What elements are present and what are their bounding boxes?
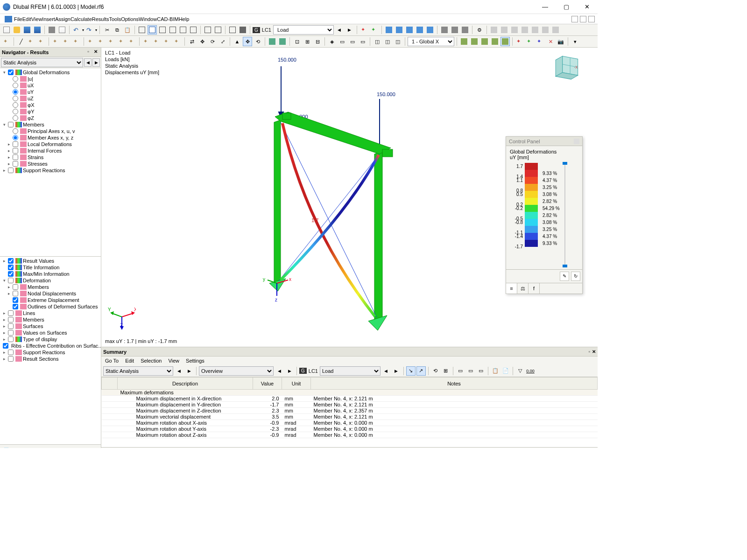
coord-system-select[interactable]: 1 - Global XYZ bbox=[408, 37, 454, 46]
nav-cube[interactable]: -X bbox=[554, 52, 583, 81]
more-button[interactable]: ▾ bbox=[571, 37, 580, 46]
menu-insert[interactable]: Insert bbox=[42, 16, 55, 22]
next-analysis-button[interactable]: ▶ bbox=[92, 58, 100, 67]
close-button[interactable]: ✕ bbox=[577, 0, 598, 14]
tree-node[interactable]: ▸Local Deformations bbox=[0, 141, 101, 147]
tree-node[interactable]: |u| bbox=[0, 76, 101, 82]
tree-checkbox[interactable] bbox=[8, 271, 14, 277]
zoom-win-button[interactable]: ⊞ bbox=[303, 37, 312, 46]
visibility-7-button[interactable] bbox=[551, 25, 560, 35]
member-button[interactable] bbox=[51, 37, 61, 46]
view-1-button[interactable] bbox=[137, 25, 147, 35]
release-button[interactable] bbox=[117, 37, 127, 46]
tree-checkbox[interactable] bbox=[8, 278, 14, 283]
tree-radio[interactable] bbox=[13, 109, 18, 114]
summary-lc-select[interactable]: Load bbox=[320, 366, 381, 376]
new-view-button[interactable] bbox=[203, 25, 212, 35]
menu-results[interactable]: Results bbox=[92, 16, 109, 22]
tree-radio[interactable] bbox=[13, 76, 18, 82]
summary-menu-settings[interactable]: Settings bbox=[186, 358, 204, 364]
node-button[interactable] bbox=[2, 37, 11, 46]
load-line-button[interactable] bbox=[162, 37, 172, 46]
tree-checkbox[interactable] bbox=[13, 304, 18, 309]
table-row[interactable]: Maximum rotation about Y-axis-2.3mradMem… bbox=[102, 426, 598, 432]
view-3-button[interactable] bbox=[178, 25, 188, 35]
render-3-button[interactable] bbox=[480, 37, 489, 46]
view-more-button[interactable]: ◫ bbox=[393, 37, 402, 46]
tab-display-icon[interactable]: 👁 bbox=[14, 446, 23, 448]
settings-button[interactable]: ⚙ bbox=[475, 25, 484, 35]
sum-export-2[interactable]: 📄 bbox=[501, 366, 510, 376]
prev-analysis-button[interactable]: ◀ bbox=[84, 58, 92, 67]
axis-gizmo[interactable]: X Y Z bbox=[108, 303, 136, 331]
workspace-icon-2[interactable] bbox=[580, 16, 586, 22]
sum-next-analysis[interactable]: ▶ bbox=[184, 366, 194, 376]
menu-edit[interactable]: Edit bbox=[22, 16, 31, 22]
workspace-icon-3[interactable] bbox=[588, 16, 595, 22]
select-arrow-button[interactable]: ▲ bbox=[233, 37, 242, 46]
tree-checkbox[interactable] bbox=[8, 336, 14, 342]
tab-data-icon[interactable]: 📄 bbox=[2, 446, 11, 448]
tree-checkbox[interactable] bbox=[3, 343, 8, 349]
sum-decimals[interactable]: 0.00 bbox=[526, 366, 535, 376]
load-case-select[interactable]: Load bbox=[273, 25, 334, 35]
tree-checkbox[interactable] bbox=[8, 70, 14, 75]
summary-menu-go-to[interactable]: Go To bbox=[105, 358, 119, 364]
tree-node[interactable]: uX bbox=[0, 82, 101, 89]
workspace-icon-1[interactable] bbox=[571, 16, 578, 22]
tree-node[interactable]: φZ bbox=[0, 115, 101, 121]
menu-tools[interactable]: Tools bbox=[109, 16, 121, 22]
menu-file[interactable]: File bbox=[14, 16, 22, 22]
zoom-ext-button[interactable]: ⊡ bbox=[292, 37, 302, 46]
sum-tool-4[interactable]: ▭ bbox=[466, 366, 475, 376]
tab-results-icon[interactable]: ⤴ bbox=[40, 446, 49, 448]
tree-radio[interactable] bbox=[13, 128, 18, 134]
tree-checkbox[interactable] bbox=[8, 265, 14, 270]
summary-menu-edit[interactable]: Edit bbox=[125, 358, 134, 364]
tree-node[interactable]: ▸Support Reactions bbox=[0, 349, 101, 356]
render-4-button[interactable] bbox=[490, 37, 500, 46]
top-button[interactable]: ▭ bbox=[358, 37, 367, 46]
tree-checkbox[interactable] bbox=[8, 168, 14, 173]
res-1-button[interactable] bbox=[515, 37, 524, 46]
table-row[interactable]: Maximum vectorial displacement3.5mmMembe… bbox=[102, 414, 598, 420]
tree-node[interactable]: Principal Axes x, u, v bbox=[0, 128, 101, 134]
tree-checkbox[interactable] bbox=[8, 258, 14, 264]
visibility-6-button[interactable] bbox=[541, 25, 550, 35]
supports-button[interactable] bbox=[395, 25, 404, 35]
summary-pin-icon[interactable]: ▫ bbox=[588, 349, 590, 354]
report-button[interactable] bbox=[57, 25, 67, 35]
loads-button[interactable] bbox=[384, 25, 394, 35]
hinge-button[interactable] bbox=[107, 37, 116, 46]
view-2v-button[interactable] bbox=[168, 25, 177, 35]
copy-button[interactable]: ⧉ bbox=[113, 25, 122, 35]
render-1-button[interactable] bbox=[459, 37, 469, 46]
cp-close-icon[interactable] bbox=[574, 139, 579, 144]
visibility-2-button[interactable] bbox=[500, 25, 509, 35]
measure-button[interactable] bbox=[460, 25, 470, 35]
sum-export-1[interactable]: 📋 bbox=[491, 366, 500, 376]
grid-button[interactable] bbox=[228, 25, 237, 35]
minimize-button[interactable]: — bbox=[535, 0, 556, 14]
tree-checkbox[interactable] bbox=[8, 350, 14, 355]
tree-node[interactable]: φY bbox=[0, 108, 101, 115]
solid-button[interactable] bbox=[72, 37, 81, 46]
sum-tool-2[interactable]: ⊞ bbox=[441, 366, 451, 376]
save-selection-button[interactable] bbox=[33, 25, 42, 35]
sum-prev-view[interactable]: ◀ bbox=[275, 366, 284, 376]
tree-radio[interactable] bbox=[13, 96, 18, 101]
tree-node[interactable]: ▸Members bbox=[0, 284, 101, 290]
tree-checkbox[interactable] bbox=[13, 161, 18, 167]
opening-button[interactable] bbox=[86, 37, 96, 46]
view-4-button[interactable] bbox=[189, 25, 198, 35]
surface-button[interactable] bbox=[62, 37, 71, 46]
tree-checkbox[interactable] bbox=[8, 330, 14, 336]
line-button[interactable]: ╱ bbox=[16, 37, 26, 46]
pan-button[interactable]: ✥ bbox=[243, 37, 252, 46]
summary-analysis-select[interactable]: Static Analysis bbox=[103, 366, 173, 376]
results-toggle-button[interactable] bbox=[370, 25, 379, 35]
tree-checkbox[interactable] bbox=[8, 317, 14, 322]
summary-menu-view[interactable]: View bbox=[168, 358, 179, 364]
sum-filter-1[interactable]: ↘ bbox=[406, 366, 416, 376]
tree-checkbox[interactable] bbox=[13, 154, 18, 160]
